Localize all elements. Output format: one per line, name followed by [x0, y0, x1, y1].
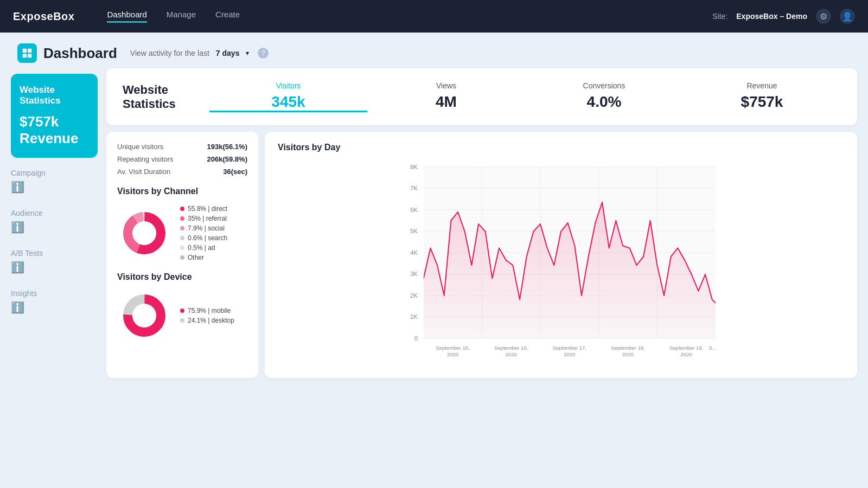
site-name: ExposeBox – Demo: [736, 12, 807, 21]
help-icon[interactable]: ?: [258, 48, 269, 59]
sidebar: Website Statistics $757k Revenue Campaig…: [11, 68, 98, 378]
svg-text:September 15,: September 15,: [436, 345, 469, 351]
channel-donut-svg: [117, 206, 171, 260]
left-panel: Unique visitors 193k(56.1%) Repeating vi…: [106, 132, 258, 378]
referral-dot: [180, 216, 184, 221]
sidebar-website-stats-card[interactable]: Website Statistics $757k Revenue: [11, 74, 98, 158]
bottom-panels: Unique visitors 193k(56.1%) Repeating vi…: [106, 132, 857, 378]
svg-text:3K: 3K: [410, 270, 418, 277]
repeating-visitors-row: Repeating visitors 206k(59.8%): [117, 155, 247, 163]
unique-visitors-value: 193k(56.1%): [207, 143, 247, 151]
desktop-dot: [180, 318, 184, 323]
metric-views[interactable]: Views 4M: [367, 81, 525, 112]
visit-duration-value: 36(sec): [223, 168, 247, 176]
ad-label: 0.5% | ad: [188, 244, 215, 252]
sidebar-item-audience[interactable]: Audience ℹ️: [11, 209, 98, 234]
sidebar-item-campaign[interactable]: Campaign ℹ️: [11, 169, 98, 194]
svg-text:4K: 4K: [410, 249, 418, 256]
legend-mobile: 75.9% | mobile: [180, 307, 234, 314]
metric-visitors[interactable]: Visitors 345k: [209, 81, 367, 112]
ad-dot: [180, 246, 184, 250]
topnav: ExposeBox Dashboard Manage Create Site: …: [0, 0, 868, 33]
svg-rect-2: [23, 54, 27, 57]
svg-text:S...: S...: [709, 345, 717, 351]
insights-label: Insights: [11, 289, 98, 298]
channel-donut: [117, 206, 171, 260]
insights-icon: ℹ️: [11, 301, 98, 314]
visit-duration-row: Av. Visit Duration 36(sec): [117, 168, 247, 176]
stats-card-title: WebsiteStatistics: [123, 83, 188, 111]
direct-dot: [180, 207, 184, 211]
revenue-metric-label: Revenue: [694, 81, 830, 90]
desktop-label: 24.1% | desktop: [188, 317, 234, 324]
stats-metrics: Visitors 345k Views 4M Conversions 4.0% …: [209, 81, 841, 112]
main-layout: Website Statistics $757k Revenue Campaig…: [0, 68, 868, 389]
legend-search: 0.6% | search: [180, 234, 227, 242]
nav-manage[interactable]: Manage: [167, 10, 196, 23]
campaign-icon: ℹ️: [11, 181, 98, 194]
site-label: Site:: [712, 12, 727, 21]
sidebar-item-ab-tests[interactable]: A/B Tests ℹ️: [11, 249, 98, 274]
nav-links: Dashboard Manage Create: [107, 10, 240, 23]
sidebar-card-title: Website Statistics: [20, 85, 89, 107]
chart-area: 8K 7K 6K 5K 4K 3K 2K 1K 0 September 15, …: [278, 161, 844, 367]
channel-content: 55.8% | direct 35% | referral 7.9% | soc…: [117, 205, 247, 261]
topnav-right: Site: ExposeBox – Demo ⚙ 👤: [712, 9, 855, 24]
svg-text:2020: 2020: [447, 351, 458, 357]
visitors-label: Visitors: [220, 81, 356, 90]
settings-icon[interactable]: ⚙: [816, 9, 831, 24]
revenue-prefix: $: [20, 113, 27, 130]
svg-text:2020: 2020: [681, 351, 692, 357]
revenue-value: 757k: [27, 113, 59, 130]
visitors-value: 345k: [220, 93, 356, 111]
ab-tests-label: A/B Tests: [11, 249, 98, 258]
legend-other: Other: [180, 254, 227, 261]
svg-point-13: [132, 304, 156, 328]
chevron-down-icon[interactable]: ▾: [246, 49, 249, 57]
device-legend: 75.9% | mobile 24.1% | desktop: [180, 307, 234, 324]
svg-text:September 18,: September 18,: [611, 345, 644, 351]
search-dot: [180, 236, 184, 240]
repeating-visitors-value: 206k(59.8%): [207, 155, 247, 163]
nav-dashboard[interactable]: Dashboard: [107, 10, 146, 23]
page-title: Dashboard: [43, 45, 117, 62]
sidebar-items: Campaign ℹ️ Audience ℹ️ A/B Tests ℹ️ Ins…: [11, 169, 98, 314]
days-selector[interactable]: 7 days: [216, 49, 240, 57]
legend-social: 7.9% | social: [180, 224, 227, 232]
svg-text:September 16,: September 16,: [494, 345, 528, 351]
svg-rect-0: [23, 49, 27, 53]
metric-conversions[interactable]: Conversions 4.0%: [525, 81, 683, 112]
stats-card: WebsiteStatistics Visitors 345k Views 4M…: [106, 68, 857, 125]
sidebar-item-insights[interactable]: Insights ℹ️: [11, 289, 98, 314]
svg-text:0: 0: [414, 335, 418, 342]
other-dot: [180, 255, 184, 260]
metric-revenue[interactable]: Revenue $757k: [683, 81, 841, 112]
search-label: 0.6% | search: [188, 234, 227, 242]
chart-title: Visitors by Day: [278, 143, 844, 152]
device-donut: [117, 288, 171, 343]
ab-tests-icon: ℹ️: [11, 261, 98, 274]
visit-duration-label: Av. Visit Duration: [117, 168, 170, 176]
device-title: Visitors by Device: [117, 272, 247, 282]
nav-create[interactable]: Create: [215, 10, 240, 23]
svg-text:6K: 6K: [410, 206, 418, 213]
user-icon[interactable]: 👤: [840, 9, 855, 24]
unique-visitors-label: Unique visitors: [117, 143, 163, 151]
revenue-label: Revenue: [20, 130, 78, 146]
repeating-visitors-label: Repeating visitors: [117, 155, 173, 163]
svg-text:8K: 8K: [410, 163, 418, 170]
svg-text:September 17,: September 17,: [553, 345, 586, 351]
content-area: WebsiteStatistics Visitors 345k Views 4M…: [98, 68, 857, 378]
direct-label: 55.8% | direct: [188, 205, 227, 213]
legend-ad: 0.5% | ad: [180, 244, 227, 252]
dashboard-icon: [17, 43, 37, 63]
other-label: Other: [188, 254, 204, 261]
svg-text:5K: 5K: [410, 227, 418, 234]
legend-referral: 35% | referral: [180, 215, 227, 222]
svg-text:September 19,: September 19,: [669, 345, 703, 351]
mobile-label: 75.9% | mobile: [188, 307, 231, 314]
unique-visitors-row: Unique visitors 193k(56.1%): [117, 143, 247, 151]
device-content: 75.9% | mobile 24.1% | desktop: [117, 288, 247, 343]
campaign-label: Campaign: [11, 169, 98, 177]
logo: ExposeBox: [13, 10, 74, 23]
